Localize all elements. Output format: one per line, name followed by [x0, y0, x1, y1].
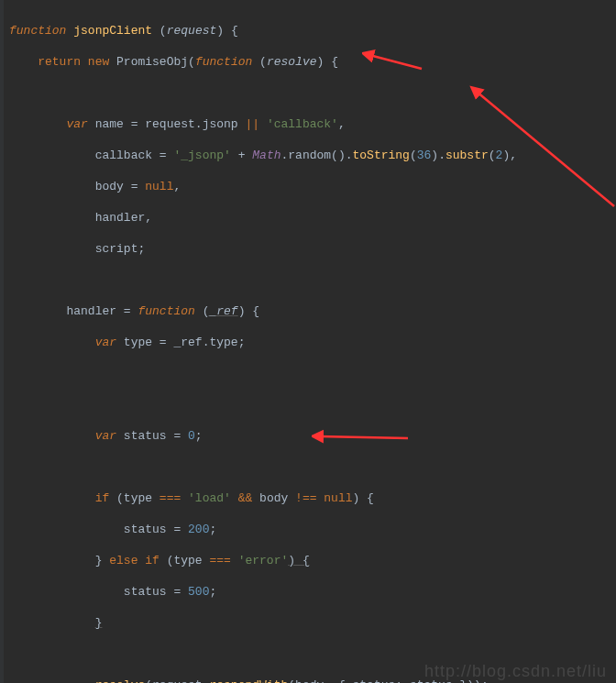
code-line: script; — [9, 241, 607, 257]
code-line — [9, 85, 607, 101]
code-line — [9, 272, 607, 288]
code-line: status = 500; — [9, 584, 607, 600]
code-line: handler, — [9, 210, 607, 226]
code-editor[interactable]: function jsonpClient (request) { return … — [0, 0, 616, 683]
code-line: callback = '_jsonp' + Math.random().toSt… — [9, 148, 607, 163]
code-line: var status = 0; — [9, 428, 607, 444]
code-line: } — [9, 615, 607, 631]
code-line: if (type === 'load' && body !== null) { — [9, 490, 607, 506]
code-line: body = null, — [9, 179, 607, 194]
code-line: return new PromiseObj(function (resolve)… — [9, 54, 607, 70]
code-line: var type = _ref.type; — [9, 335, 607, 350]
code-line: status = 200; — [9, 522, 607, 537]
code-line: handler = function (_ref) { — [9, 303, 607, 319]
code-line — [9, 397, 607, 413]
watermark: http://blog.csdn.net/liu — [424, 664, 607, 679]
code-line: var name = request.jsonp || 'callback', — [9, 116, 607, 132]
code-line: } else if (type === 'error') { — [9, 553, 607, 568]
code-line — [9, 646, 607, 662]
code-line: function jsonpClient (request) { — [9, 23, 607, 39]
code-line — [9, 459, 607, 475]
code-line — [9, 366, 607, 381]
